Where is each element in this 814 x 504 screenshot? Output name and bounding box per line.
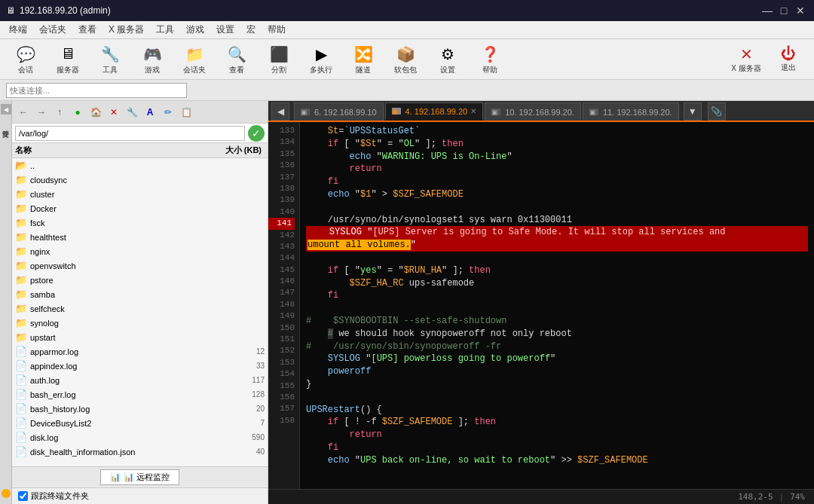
menu-sessions[interactable]: 会话夹	[33, 22, 72, 38]
tab-menu-button[interactable]: ▼	[684, 102, 702, 121]
code-line-151: poweroff	[306, 365, 808, 378]
list-item[interactable]: 📄 DeviceBusyList2 7	[12, 416, 268, 430]
toolbar-games[interactable]: 🎮 游戏	[133, 42, 172, 77]
minimize-button[interactable]: —	[760, 3, 775, 18]
close-button[interactable]: ✕	[793, 3, 808, 18]
menu-terminal[interactable]: 终端	[3, 22, 33, 38]
menu-tools[interactable]: 工具	[150, 22, 180, 38]
list-item[interactable]: 📁 cloudsync	[12, 173, 268, 187]
list-item[interactable]: 📁 healthtest	[12, 230, 268, 244]
menu-help[interactable]: 帮助	[262, 22, 292, 38]
path-go-button[interactable]: ✓	[248, 125, 265, 142]
btn-cancel[interactable]: ✕	[106, 104, 122, 121]
list-item[interactable]: 📄 disk_health_information.json 40	[12, 444, 268, 459]
toolbar-tunnel[interactable]: 🔀 隧道	[344, 42, 383, 77]
exit-button[interactable]: ⏻ 退出	[769, 44, 808, 75]
tab-2-close[interactable]: ✕	[470, 107, 476, 115]
tools-icon: 🔧	[99, 44, 121, 65]
toolbar-session[interactable]: 💬 会话	[6, 42, 45, 77]
btn-back[interactable]: ←	[15, 104, 32, 121]
list-item[interactable]: 📂 ..	[12, 158, 268, 173]
btn-filter[interactable]: 🔧	[124, 104, 140, 121]
side-label-filemgr[interactable]: 文件管理	[0, 122, 12, 128]
file-name: fsck	[30, 218, 212, 228]
file-name: disk.log	[30, 433, 212, 442]
side-icon-1[interactable]: ◀	[1, 104, 11, 115]
list-item[interactable]: 📄 appindex.log 33	[12, 359, 268, 373]
folder-icon: 📁	[15, 260, 27, 271]
tab-3[interactable]: ▣ 10. 192.168.99.20.	[485, 102, 581, 121]
list-item[interactable]: 📁 pstore	[12, 273, 268, 287]
split-label: 分割	[271, 65, 286, 75]
btn-properties[interactable]: 📋	[178, 104, 194, 121]
tab-2[interactable]: ▣ 4. 192.168.99.20 ✕	[385, 102, 484, 121]
code-line-144: $SZF_HA_RC ups-safemode	[306, 277, 808, 290]
list-item[interactable]: 📄 bash_history.log 20	[12, 402, 268, 416]
list-item[interactable]: 📁 Docker	[12, 201, 268, 215]
toolbar-server[interactable]: 🖥 服务器	[48, 42, 87, 77]
code-line-147: # $SYNOBOOTBIN --set-safe-shutdown	[306, 315, 808, 328]
monitor-label: 📊 远程监控	[124, 472, 170, 483]
list-item[interactable]: 📁 nginx	[12, 244, 268, 258]
tab-1[interactable]: ▣ 6. 192.168.99.10	[294, 102, 384, 121]
list-item[interactable]: 📄 disk.log 590	[12, 430, 268, 444]
view-icon: 🔍	[226, 44, 247, 65]
tab-nav-left[interactable]: ◀	[271, 102, 289, 121]
tab-4[interactable]: ▣ 11. 192.168.99.20.	[583, 102, 679, 121]
toolbar-packages[interactable]: 📦 软包包	[386, 42, 425, 77]
code-line-139	[306, 201, 808, 214]
list-item[interactable]: 📄 apparmor.log 12	[12, 344, 268, 359]
title-controls[interactable]: — □ ✕	[760, 3, 808, 18]
remote-monitor-button[interactable]: 📊 📊 远程监控	[100, 469, 179, 485]
code-position-bar: 148,2-5 | 74%	[268, 489, 814, 504]
toolbar-sessions-folder[interactable]: 📁 会话夹	[175, 42, 214, 77]
path-input[interactable]	[15, 126, 245, 141]
code-line-138: echo "$1" > $SZF_SAFEMODE	[306, 188, 808, 201]
file-size: 12	[212, 347, 265, 356]
list-item[interactable]: 📄 auth.log 117	[12, 373, 268, 387]
btn-edit[interactable]: ✏	[160, 104, 176, 121]
server-icon: 🖥	[57, 44, 78, 65]
list-item[interactable]: 📁 samba	[12, 287, 268, 301]
code-line-156: return	[306, 429, 808, 441]
menu-games[interactable]: 游戏	[180, 22, 210, 38]
toolbar-help[interactable]: ❓ 帮助	[470, 42, 510, 77]
list-item[interactable]: 📁 synolog	[12, 316, 268, 330]
btn-home[interactable]: 🏠	[87, 104, 104, 121]
list-item[interactable]: 📁 fsck	[12, 215, 268, 230]
toolbar-settings[interactable]: ⚙ 设置	[428, 42, 467, 77]
btn-forward[interactable]: →	[33, 104, 50, 121]
xserver-button[interactable]: ✕ X 服务器	[727, 44, 766, 75]
list-item[interactable]: 📁 cluster	[12, 187, 268, 201]
code-position: 148,2-5	[738, 492, 773, 502]
list-item[interactable]: 📄 bash_err.log 128	[12, 387, 268, 402]
help-icon: ❓	[479, 44, 500, 65]
toolbar-split[interactable]: ⬛ 分割	[259, 42, 298, 77]
track-terminal-checkbox[interactable]	[18, 491, 28, 501]
menu-settings[interactable]: 设置	[210, 22, 240, 38]
tab-3-icon: ▣	[491, 108, 500, 115]
toolbar-view[interactable]: 🔍 查看	[217, 42, 256, 77]
code-content[interactable]: St=`UPSStatusGet` if [ "$St" = "OL" ]; t…	[300, 122, 814, 489]
toolbar-multiexec[interactable]: ▶ 多执行	[301, 42, 341, 77]
btn-new-folder[interactable]: A	[142, 104, 158, 121]
up-icon: 📂	[15, 160, 27, 171]
code-line-140: /usr/syno/bin/synologset1 sys warn 0x113…	[306, 214, 808, 227]
btn-refresh[interactable]: ●	[69, 104, 86, 121]
code-line-145: fi	[306, 289, 808, 302]
file-icon: 📄	[15, 389, 27, 400]
list-item[interactable]: 📁 selfcheck	[12, 301, 268, 316]
menu-view[interactable]: 查看	[72, 22, 103, 38]
quickconnect-input[interactable]	[6, 83, 187, 98]
btn-up[interactable]: ↑	[51, 104, 68, 121]
toolbar-tools[interactable]: 🔧 工具	[90, 42, 130, 77]
maximize-button[interactable]: □	[776, 3, 791, 18]
list-item[interactable]: 📁 openvswitch	[12, 258, 268, 273]
session-icon: 💬	[15, 44, 36, 65]
menu-macros[interactable]: 宏	[240, 22, 262, 38]
tab-attach-button[interactable]: 📎	[708, 102, 726, 121]
file-size: 33	[212, 362, 265, 370]
list-item[interactable]: 📁 upstart	[12, 330, 268, 344]
menu-xserver[interactable]: X 服务器	[103, 22, 150, 38]
file-size: 40	[212, 447, 265, 456]
